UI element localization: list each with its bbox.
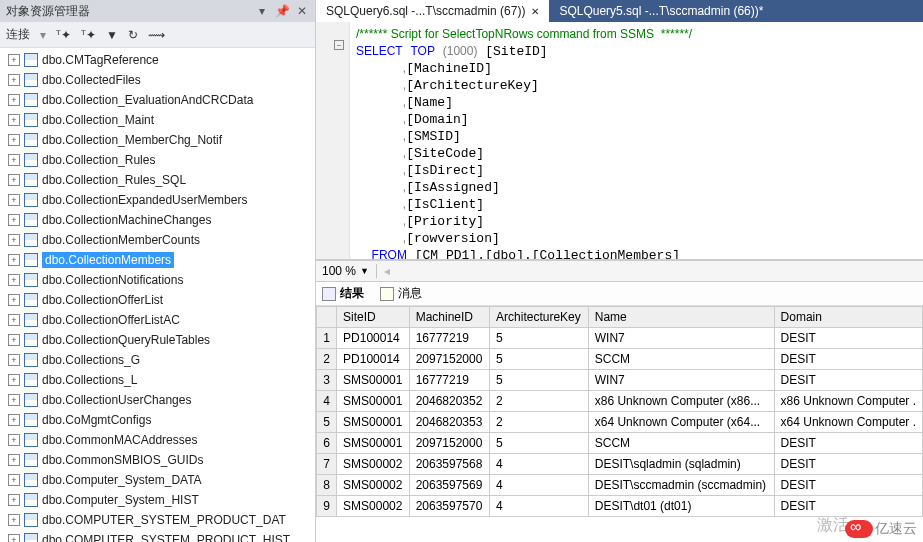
expander-icon[interactable]: + <box>8 114 20 126</box>
cell[interactable]: x64 Unknown Computer . <box>774 412 922 433</box>
expander-icon[interactable]: + <box>8 234 20 246</box>
tree-item[interactable]: +dbo.COMPUTER_SYSTEM_PRODUCT_DAT <box>0 510 315 530</box>
cell[interactable]: x86 Unknown Computer (x86... <box>588 391 774 412</box>
tree-item[interactable]: +dbo.Collection_EvaluationAndCRCData <box>0 90 315 110</box>
cell[interactable]: WIN7 <box>588 328 774 349</box>
tree-item[interactable]: +dbo.CollectionExpandedUserMembers <box>0 190 315 210</box>
cell[interactable]: 4 <box>490 475 589 496</box>
cell[interactable]: 16777219 <box>409 370 489 391</box>
expander-icon[interactable]: + <box>8 514 20 526</box>
tree-item[interactable]: +dbo.CollectionQueryRuleTables <box>0 330 315 350</box>
column-header[interactable]: MachineID <box>409 307 489 328</box>
tree-item[interactable]: +dbo.CommonMACAddresses <box>0 430 315 450</box>
tree-item[interactable]: +dbo.CollectionOfferList <box>0 290 315 310</box>
expander-icon[interactable]: + <box>8 134 20 146</box>
tree-item[interactable]: +dbo.Collection_Rules_SQL <box>0 170 315 190</box>
cell[interactable]: SMS00001 <box>337 370 410 391</box>
cell[interactable]: DESIT <box>774 370 922 391</box>
refresh-icon[interactable]: ↻ <box>128 28 138 42</box>
cell[interactable]: SCCM <box>588 349 774 370</box>
cell[interactable]: SMS00001 <box>337 433 410 454</box>
expander-icon[interactable]: + <box>8 154 20 166</box>
expander-icon[interactable]: + <box>8 414 20 426</box>
cell[interactable]: 2097152000 <box>409 433 489 454</box>
cell[interactable]: DESIT\sccmadmin (sccmadmin) <box>588 475 774 496</box>
table-row[interactable]: 4SMS0000120468203522x86 Unknown Computer… <box>317 391 923 412</box>
cell[interactable]: SMS00002 <box>337 454 410 475</box>
cell[interactable]: x86 Unknown Computer . <box>774 391 922 412</box>
cell[interactable]: 2063597570 <box>409 496 489 517</box>
cell[interactable]: 4 <box>490 454 589 475</box>
activity-icon[interactable]: ⟿ <box>148 28 165 42</box>
tree-item[interactable]: +dbo.Computer_System_HIST <box>0 490 315 510</box>
cell[interactable]: 4 <box>490 496 589 517</box>
expander-icon[interactable]: + <box>8 474 20 486</box>
table-row[interactable]: 8SMS0000220635975694DESIT\sccmadmin (scc… <box>317 475 923 496</box>
expander-icon[interactable]: + <box>8 334 20 346</box>
cell[interactable]: 2063597568 <box>409 454 489 475</box>
editor-tab[interactable]: SQLQuery5.sql -...T\sccmadmin (66))* <box>549 0 773 22</box>
expander-icon[interactable]: + <box>8 254 20 266</box>
row-number[interactable]: 3 <box>317 370 337 391</box>
cell[interactable]: SMS00001 <box>337 391 410 412</box>
tab-close-icon[interactable]: ✕ <box>531 6 539 17</box>
cell[interactable]: DESIT <box>774 454 922 475</box>
tree-item[interactable]: +dbo.CollectedFiles <box>0 70 315 90</box>
cell[interactable]: 2063597569 <box>409 475 489 496</box>
column-header[interactable]: SiteID <box>337 307 410 328</box>
dropdown-icon[interactable]: ▾ <box>255 4 269 18</box>
toolbar-icon-1[interactable]: ᵀ✦ <box>56 28 71 42</box>
cell[interactable]: 5 <box>490 349 589 370</box>
toolbar-icon-2[interactable]: ᵀ✦ <box>81 28 96 42</box>
table-row[interactable]: 2PD10001420971520005SCCMDESIT <box>317 349 923 370</box>
expander-icon[interactable]: + <box>8 394 20 406</box>
expander-icon[interactable]: + <box>8 434 20 446</box>
cell[interactable]: PD100014 <box>337 328 410 349</box>
cell[interactable]: WIN7 <box>588 370 774 391</box>
cell[interactable]: DESIT\sqladmin (sqladmin) <box>588 454 774 475</box>
row-number[interactable]: 8 <box>317 475 337 496</box>
zoom-dropdown-icon[interactable]: ▼ <box>360 266 369 276</box>
sql-code[interactable]: /****** Script for SelectTopNRows comman… <box>350 22 698 259</box>
tree-item[interactable]: +dbo.CollectionMemberCounts <box>0 230 315 250</box>
tree-item[interactable]: +dbo.Collections_G <box>0 350 315 370</box>
column-header[interactable]: Name <box>588 307 774 328</box>
tree-item[interactable]: +dbo.CommonSMBIOS_GUIDs <box>0 450 315 470</box>
tree-item[interactable]: +dbo.CollectionOfferListAC <box>0 310 315 330</box>
cell[interactable]: 2046820352 <box>409 391 489 412</box>
table-row[interactable]: 5SMS0000120468203532x64 Unknown Computer… <box>317 412 923 433</box>
expander-icon[interactable]: + <box>8 194 20 206</box>
cell[interactable]: 5 <box>490 370 589 391</box>
expander-icon[interactable]: + <box>8 274 20 286</box>
results-grid[interactable]: SiteIDMachineIDArchitectureKeyNameDomain… <box>316 306 923 517</box>
results-grid-wrap[interactable]: SiteIDMachineIDArchitectureKeyNameDomain… <box>316 306 923 542</box>
cell[interactable]: SCCM <box>588 433 774 454</box>
expander-icon[interactable]: + <box>8 94 20 106</box>
row-number[interactable]: 9 <box>317 496 337 517</box>
tree-item[interactable]: +dbo.Collections_L <box>0 370 315 390</box>
expander-icon[interactable]: + <box>8 374 20 386</box>
tree-item[interactable]: +dbo.COMPUTER_SYSTEM_PRODUCT_HIST <box>0 530 315 542</box>
tab-messages[interactable]: 消息 <box>380 285 422 302</box>
cell[interactable]: 2 <box>490 391 589 412</box>
expander-icon[interactable]: + <box>8 74 20 86</box>
expander-icon[interactable]: + <box>8 174 20 186</box>
column-header[interactable]: ArchitectureKey <box>490 307 589 328</box>
tree-item[interactable]: +dbo.CMTagReference <box>0 50 315 70</box>
column-header[interactable]: Domain <box>774 307 922 328</box>
close-icon[interactable]: ✕ <box>295 4 309 18</box>
pin-icon[interactable]: 📌 <box>275 4 289 18</box>
table-row[interactable]: 6SMS0000120971520005SCCMDESIT <box>317 433 923 454</box>
cell[interactable]: DESIT <box>774 349 922 370</box>
cell[interactable]: 5 <box>490 433 589 454</box>
cell[interactable]: SMS00002 <box>337 475 410 496</box>
tree-item[interactable]: +dbo.CollectionUserChanges <box>0 390 315 410</box>
table-row[interactable]: 7SMS0000220635975684DESIT\sqladmin (sqla… <box>317 454 923 475</box>
expander-icon[interactable]: + <box>8 214 20 226</box>
cell[interactable]: SMS00001 <box>337 412 410 433</box>
zoom-value[interactable]: 100 % <box>322 264 356 278</box>
tree-item[interactable]: +dbo.CoMgmtConfigs <box>0 410 315 430</box>
expander-icon[interactable]: + <box>8 314 20 326</box>
row-number[interactable]: 5 <box>317 412 337 433</box>
row-header-corner[interactable] <box>317 307 337 328</box>
